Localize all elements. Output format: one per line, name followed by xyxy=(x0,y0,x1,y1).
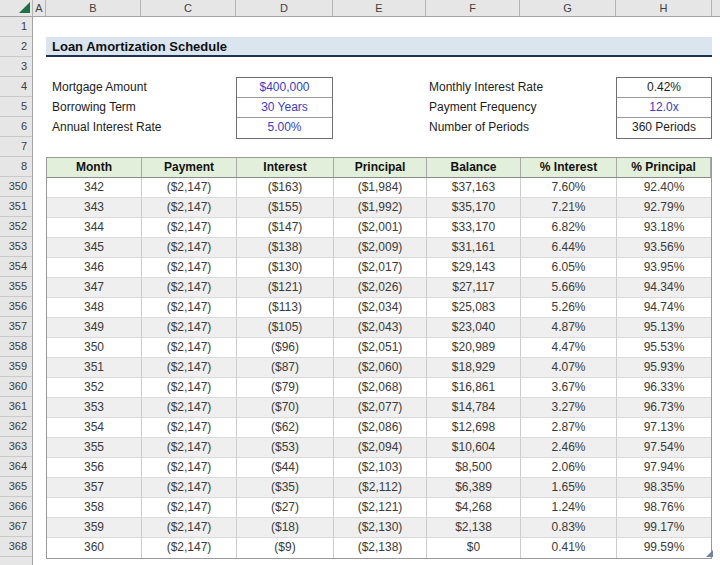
table-row-0-cell-3[interactable]: ($1,984) xyxy=(334,178,427,197)
table-row-18-cell-3[interactable]: ($2,138) xyxy=(334,538,427,558)
table-row-13-cell-2[interactable]: ($53) xyxy=(237,438,334,457)
table-row-4-cell-0[interactable]: 346 xyxy=(47,258,142,277)
select-all-cell[interactable] xyxy=(0,0,33,16)
table-row-4-cell-5[interactable]: 6.05% xyxy=(521,258,617,277)
table-row-12-cell-1[interactable]: ($2,147) xyxy=(142,418,237,437)
table-row-6-cell-2[interactable]: ($113) xyxy=(237,298,334,317)
table-row-10-cell-5[interactable]: 3.67% xyxy=(521,378,617,397)
table-row-15-cell-4[interactable]: $6,389 xyxy=(427,478,521,497)
table-header-row-cell-3[interactable]: Principal xyxy=(334,158,427,177)
table-row-16-cell-5[interactable]: 1.24% xyxy=(521,498,617,517)
table-row-12-cell-6[interactable]: 97.13% xyxy=(617,418,711,437)
table-row-18-cell-2[interactable]: ($9) xyxy=(237,538,334,558)
table-row-14-cell-6[interactable]: 97.94% xyxy=(617,458,711,477)
table-row-0-cell-0[interactable]: 342 xyxy=(47,178,142,197)
row-header-367[interactable]: 367 xyxy=(0,517,32,537)
table-row-0-cell-6[interactable]: 92.40% xyxy=(617,178,711,197)
row-header-360[interactable]: 360 xyxy=(0,377,32,397)
table-row-11-cell-0[interactable]: 353 xyxy=(47,398,142,417)
table-row-16-cell-0[interactable]: 358 xyxy=(47,498,142,517)
row-header-361[interactable]: 361 xyxy=(0,397,32,417)
column-header-a[interactable]: A xyxy=(33,0,46,16)
row-header-355[interactable]: 355 xyxy=(0,277,32,297)
table-row-16-cell-3[interactable]: ($2,121) xyxy=(334,498,427,517)
table-row-10-cell-4[interactable]: $16,861 xyxy=(427,378,521,397)
table-row-18-cell-6[interactable]: 99.59% xyxy=(617,538,711,558)
table-row-13-cell-4[interactable]: $10,604 xyxy=(427,438,521,457)
row-header-8[interactable]: 8 xyxy=(0,157,32,177)
table-row-5-cell-0[interactable]: 347 xyxy=(47,278,142,297)
table-row-8-cell-1[interactable]: ($2,147) xyxy=(142,338,237,357)
param-value-left-2[interactable]: 5.00% xyxy=(237,118,332,138)
row-header-363[interactable]: 363 xyxy=(0,437,32,457)
table-row-13-cell-3[interactable]: ($2,094) xyxy=(334,438,427,457)
row-header-354[interactable]: 354 xyxy=(0,257,32,277)
table-row-11-cell-2[interactable]: ($70) xyxy=(237,398,334,417)
table-row-15-cell-2[interactable]: ($35) xyxy=(237,478,334,497)
table-row-18-cell-0[interactable]: 360 xyxy=(47,538,142,558)
table-row-17-cell-0[interactable]: 359 xyxy=(47,518,142,537)
table-row-2-cell-1[interactable]: ($2,147) xyxy=(142,218,237,237)
column-header-d[interactable]: D xyxy=(236,0,333,16)
table-row-12-cell-2[interactable]: ($62) xyxy=(237,418,334,437)
table-row-6-cell-6[interactable]: 94.74% xyxy=(617,298,711,317)
table-row-3-cell-0[interactable]: 345 xyxy=(47,238,142,257)
table-row-13-cell-6[interactable]: 97.54% xyxy=(617,438,711,457)
table-row-12-cell-3[interactable]: ($2,086) xyxy=(334,418,427,437)
table-row-5-cell-5[interactable]: 5.66% xyxy=(521,278,617,297)
table-row-11-cell-6[interactable]: 96.73% xyxy=(617,398,711,417)
row-header-366[interactable]: 366 xyxy=(0,497,32,517)
table-row-2-cell-6[interactable]: 93.18% xyxy=(617,218,711,237)
table-row-4-cell-4[interactable]: $29,143 xyxy=(427,258,521,277)
table-row-14-cell-1[interactable]: ($2,147) xyxy=(142,458,237,477)
table-row-13-cell-0[interactable]: 355 xyxy=(47,438,142,457)
table-row-9-cell-5[interactable]: 4.07% xyxy=(521,358,617,377)
table-row-4-cell-6[interactable]: 93.95% xyxy=(617,258,711,277)
table-row-12-cell-0[interactable]: 354 xyxy=(47,418,142,437)
table-row-5-cell-6[interactable]: 94.34% xyxy=(617,278,711,297)
table-header-row-cell-4[interactable]: Balance xyxy=(427,158,521,177)
row-header-364[interactable]: 364 xyxy=(0,457,32,477)
table-header-row-cell-1[interactable]: Payment xyxy=(142,158,237,177)
row-header-5[interactable]: 5 xyxy=(0,97,32,117)
table-row-17-cell-4[interactable]: $2,138 xyxy=(427,518,521,537)
table-row-17-cell-5[interactable]: 0.83% xyxy=(521,518,617,537)
table-row-9-cell-4[interactable]: $18,929 xyxy=(427,358,521,377)
table-row-1-cell-1[interactable]: ($2,147) xyxy=(142,198,237,217)
table-row-8-cell-5[interactable]: 4.47% xyxy=(521,338,617,357)
table-row-6-cell-3[interactable]: ($2,034) xyxy=(334,298,427,317)
table-row-2-cell-4[interactable]: $33,170 xyxy=(427,218,521,237)
sheet-title-cell[interactable]: Loan Amortization Schedule xyxy=(46,37,712,57)
row-header-1[interactable]: 1 xyxy=(0,17,32,37)
table-row-4-cell-1[interactable]: ($2,147) xyxy=(142,258,237,277)
param-value-right-0[interactable]: 0.42% xyxy=(617,78,711,98)
table-row-2-cell-2[interactable]: ($147) xyxy=(237,218,334,237)
table-row-10-cell-0[interactable]: 352 xyxy=(47,378,142,397)
table-row-8-cell-2[interactable]: ($96) xyxy=(237,338,334,357)
table-row-3-cell-1[interactable]: ($2,147) xyxy=(142,238,237,257)
table-row-2-cell-3[interactable]: ($2,001) xyxy=(334,218,427,237)
param-value-left-0[interactable]: $400,000 xyxy=(237,78,332,98)
table-row-7-cell-0[interactable]: 349 xyxy=(47,318,142,337)
column-header-g[interactable]: G xyxy=(520,0,616,16)
table-row-1-cell-0[interactable]: 343 xyxy=(47,198,142,217)
table-row-1-cell-5[interactable]: 7.21% xyxy=(521,198,617,217)
table-row-15-cell-5[interactable]: 1.65% xyxy=(521,478,617,497)
table-header-row-cell-6[interactable]: % Principal xyxy=(617,158,711,177)
table-row-14-cell-0[interactable]: 356 xyxy=(47,458,142,477)
table-row-1-cell-6[interactable]: 92.79% xyxy=(617,198,711,217)
table-row-16-cell-2[interactable]: ($27) xyxy=(237,498,334,517)
table-row-13-cell-5[interactable]: 2.46% xyxy=(521,438,617,457)
table-row-5-cell-2[interactable]: ($121) xyxy=(237,278,334,297)
column-header-h[interactable]: H xyxy=(616,0,712,16)
table-row-15-cell-3[interactable]: ($2,112) xyxy=(334,478,427,497)
table-row-7-cell-5[interactable]: 4.87% xyxy=(521,318,617,337)
table-row-7-cell-3[interactable]: ($2,043) xyxy=(334,318,427,337)
row-header-368[interactable]: 368 xyxy=(0,537,32,557)
table-row-8-cell-6[interactable]: 95.53% xyxy=(617,338,711,357)
row-header-350[interactable]: 350 xyxy=(0,177,32,197)
table-row-17-cell-2[interactable]: ($18) xyxy=(237,518,334,537)
column-header-e[interactable]: E xyxy=(333,0,426,16)
table-row-16-cell-4[interactable]: $4,268 xyxy=(427,498,521,517)
row-header-358[interactable]: 358 xyxy=(0,337,32,357)
